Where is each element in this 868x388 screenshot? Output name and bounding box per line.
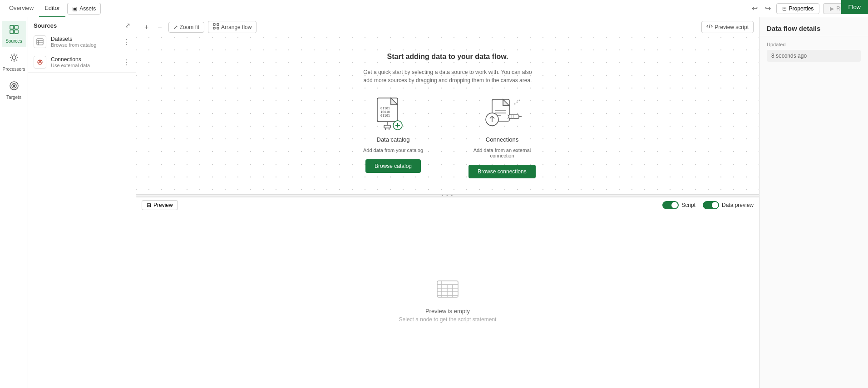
canvas-heading: Start adding data to your data flow. [387, 53, 508, 61]
connections-icon [34, 56, 46, 69]
arrange-flow-button[interactable]: Arrange flow [208, 21, 256, 33]
svg-point-44 [519, 100, 520, 101]
right-panel-title: Data flow details [760, 17, 868, 36]
processors-label: Processors [3, 67, 25, 72]
catalog-card-subtitle: Add data from your catalog [363, 147, 423, 153]
zoom-fit-icon: ⤢ [173, 24, 178, 30]
svg-rect-36 [509, 115, 519, 118]
right-panel: Data flow details Updated 8 seconds ago [759, 17, 868, 388]
connections-more-icon[interactable]: ⋮ [123, 58, 130, 67]
data-catalog-card: 01101 10010 01101 [352, 95, 434, 178]
svg-rect-45 [437, 281, 458, 297]
properties-label: Properties [789, 5, 814, 12]
svg-line-18 [709, 25, 710, 28]
updated-value: 8 seconds ago [767, 50, 861, 62]
assets-button[interactable]: ▣ Assets [67, 3, 101, 15]
svg-rect-15 [217, 24, 219, 25]
zoom-fit-button[interactable]: ⤢ Zoom fit [168, 22, 204, 33]
svg-rect-0 [10, 25, 14, 29]
preview-bar-right: Script Data preview [662, 201, 754, 209]
zoom-in-button[interactable]: + [142, 21, 151, 33]
sidebar-item-targets[interactable]: Targets [2, 77, 26, 103]
connections-text: Connections Use external data [51, 56, 118, 68]
connections-subtitle: Use external data [51, 63, 118, 68]
sources-panel: Sources ⤢ Datasets Browse from catalog ⋮ [28, 17, 136, 388]
preview-label: Preview [153, 202, 173, 208]
svg-point-4 [12, 56, 16, 59]
zoom-fit-label: Zoom fit [180, 24, 199, 30]
right-panel-updated: Updated 8 seconds ago [760, 36, 868, 67]
main-layout: Sources Processors Targets [0, 17, 868, 388]
svg-rect-17 [217, 27, 219, 29]
updated-label: Updated [767, 42, 861, 47]
data-preview-toggle[interactable] [703, 201, 719, 209]
sources-title: Sources [34, 22, 57, 29]
connections-card-title: Connections [486, 136, 518, 143]
sources-icon [9, 25, 19, 37]
preview-empty-subtitle: Select a node to get the script statemen… [399, 316, 497, 323]
preview-content: Preview is empty Select a node to get th… [136, 213, 759, 388]
datasets-title: Datasets [51, 36, 118, 42]
browse-connections-button[interactable]: Browse connections [469, 165, 535, 178]
svg-point-42 [514, 103, 516, 105]
redo-button[interactable]: ↪ [763, 2, 773, 15]
sources-label: Sources [5, 39, 22, 44]
preview-empty-icon [436, 278, 459, 302]
connections-card: Connections Add data from an external co… [461, 95, 543, 178]
data-catalog-icon: 01101 10010 01101 [370, 95, 416, 132]
sidebar-item-processors[interactable]: Processors [2, 49, 26, 75]
svg-rect-1 [15, 25, 18, 29]
svg-text:01101: 01101 [380, 114, 390, 118]
preview-script-button[interactable]: Preview script [701, 21, 754, 33]
assets-label: Assets [79, 5, 96, 12]
canvas-cards: 01101 10010 01101 [352, 95, 543, 178]
expand-icon[interactable]: ⤢ [125, 22, 130, 29]
svg-rect-2 [10, 30, 14, 34]
preview-button[interactable]: ⊟ Preview [142, 200, 178, 210]
datasets-subtitle: Browse from catalog [51, 42, 118, 48]
targets-icon [9, 81, 19, 93]
connections-card-icon [479, 95, 525, 132]
canvas-toolbar: + − ⤢ Zoom fit Arrange flow [136, 17, 759, 37]
script-toggle-group: Script [662, 201, 695, 209]
preview-bar: ⊟ Preview Script Data preview [136, 197, 759, 213]
script-toggle[interactable] [662, 201, 679, 209]
source-item-connections[interactable]: Connections Use external data ⋮ [28, 52, 136, 73]
svg-text:01101: 01101 [380, 107, 390, 110]
datasets-icon [34, 35, 46, 48]
browse-catalog-button[interactable]: Browse catalog [365, 159, 421, 173]
connections-title: Connections [51, 56, 118, 63]
sources-header: Sources ⤢ [28, 17, 136, 32]
properties-icon: ⊟ [782, 5, 787, 12]
canvas-center: Start adding data to your data flow. Get… [136, 37, 759, 194]
preview-script-icon [706, 23, 713, 31]
svg-rect-14 [213, 24, 215, 25]
zoom-out-button[interactable]: − [155, 21, 164, 33]
properties-button[interactable]: ⊟ Properties [776, 3, 820, 14]
canvas-content: Start adding data to your data flow. Get… [136, 37, 759, 194]
sources-header-icons: ⤢ [125, 22, 130, 29]
sidebar-icons: Sources Processors Targets [0, 17, 28, 388]
svg-rect-3 [15, 30, 18, 34]
canvas-toolbar-right: Preview script [701, 21, 754, 33]
svg-point-43 [517, 102, 518, 103]
data-preview-toggle-group: Data preview [703, 201, 754, 209]
datasets-text: Datasets Browse from catalog [51, 36, 118, 48]
arrange-flow-label: Arrange flow [221, 24, 252, 30]
undo-button[interactable]: ↩ [750, 2, 760, 15]
datasets-more-icon[interactable]: ⋮ [123, 38, 130, 46]
top-nav: Overview Editor ▣ Assets ↩ ↪ ⊟ Propertie… [0, 0, 868, 17]
connections-card-subtitle: Add data from an external connection [461, 147, 543, 158]
source-item-datasets[interactable]: Datasets Browse from catalog ⋮ [28, 32, 136, 52]
preview-script-label: Preview script [715, 24, 749, 30]
flow-tab[interactable]: Flow [841, 0, 868, 14]
data-preview-toggle-label: Data preview [722, 202, 754, 208]
tab-overview[interactable]: Overview [4, 0, 39, 17]
canvas-area: + − ⤢ Zoom fit Arrange flow [136, 17, 759, 388]
arrange-flow-icon [213, 23, 219, 31]
canvas-subtext: Get a quick start by selecting a data so… [361, 68, 534, 84]
tab-editor[interactable]: Editor [39, 0, 65, 17]
sidebar-item-sources[interactable]: Sources [2, 21, 26, 47]
script-toggle-label: Script [681, 202, 695, 208]
svg-point-7 [13, 85, 15, 87]
